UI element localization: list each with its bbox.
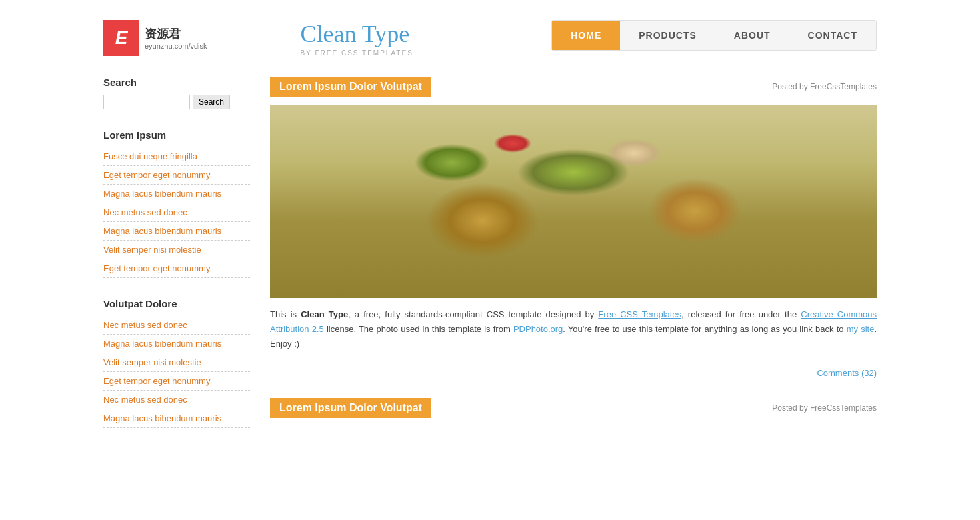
- volutpat-heading: Volutpat Dolore: [103, 298, 250, 309]
- search-form: Search: [103, 95, 250, 109]
- search-input[interactable]: [103, 95, 190, 109]
- sidebar-link[interactable]: Nec metus sed donec: [103, 320, 187, 330]
- volutpat-list: Nec metus sed donec Magna lacus bibendum…: [103, 316, 250, 428]
- post-body: This is Clean Type, a free, fully standa…: [270, 307, 877, 351]
- list-item: Eget tempor eget nonummy: [103, 372, 250, 391]
- logo-url-text: eyunzhu.com/vdisk: [145, 42, 207, 50]
- my-site-link[interactable]: my site: [847, 324, 875, 334]
- sidebar-link[interactable]: Velit semper nisi molestie: [103, 245, 201, 255]
- nav-home[interactable]: HOME: [552, 21, 620, 50]
- sidebar-link[interactable]: Magna lacus bibendum mauris: [103, 189, 221, 199]
- sidebar-link[interactable]: Magna lacus bibendum mauris: [103, 413, 221, 423]
- post-body-part1: , a free, fully standards-compliant CSS …: [348, 309, 598, 319]
- site-title-area: Clean Type BY FREE CSS TEMPLATES: [234, 20, 413, 57]
- post-body-intro: This is: [270, 309, 301, 319]
- list-item: Nec metus sed donec: [103, 316, 250, 335]
- sidebar-link[interactable]: Eget tempor eget nonummy: [103, 376, 210, 386]
- sidebar-link[interactable]: Magna lacus bibendum mauris: [103, 226, 221, 236]
- logo-icon: E: [103, 20, 139, 56]
- list-item: Magna lacus bibendum mauris: [103, 335, 250, 353]
- post-header: Lorem Ipsum Dolor Volutpat Posted by Fre…: [270, 77, 877, 97]
- logo: E 资源君 eyunzhu.com/vdisk: [103, 20, 207, 56]
- post-body-part3: license. The photo used in this template…: [324, 324, 513, 334]
- sidebar-link[interactable]: Fusce dui neque fringilla: [103, 151, 197, 161]
- sidebar-link[interactable]: Eget tempor eget nonummy: [103, 263, 210, 273]
- lorem-ipsum-list: Fusce dui neque fringilla Eget tempor eg…: [103, 147, 250, 278]
- list-item: Magna lacus bibendum mauris: [103, 409, 250, 428]
- logo-chinese-text: 资源君: [145, 26, 207, 42]
- post-body-part2: , released for free under the: [681, 309, 801, 319]
- search-heading: Search: [103, 77, 250, 88]
- sidebar-link[interactable]: Eget tempor eget nonummy: [103, 170, 210, 180]
- list-item: Nec metus sed donec: [103, 203, 250, 222]
- post-2: Lorem Ipsum Dolor Volutpat Posted by Fre…: [270, 398, 877, 418]
- nav-contact[interactable]: CONTACT: [789, 21, 876, 50]
- post-body-strong: Clean Type: [301, 309, 348, 319]
- post-body-part4: . You're free to use this template for a…: [563, 324, 846, 334]
- list-item: Eget tempor eget nonummy: [103, 259, 250, 278]
- post-header-2: Lorem Ipsum Dolor Volutpat Posted by Fre…: [270, 398, 877, 418]
- sidebar-link[interactable]: Nec metus sed donec: [103, 207, 187, 217]
- list-item: Fusce dui neque fringilla: [103, 147, 250, 166]
- nav-products[interactable]: PRODUCTS: [620, 21, 715, 50]
- volutpat-section: Volutpat Dolore Nec metus sed donec Magn…: [103, 298, 250, 428]
- post-image: [270, 105, 877, 298]
- sidebar-link[interactable]: Magna lacus bibendum mauris: [103, 339, 221, 349]
- free-css-templates-link[interactable]: Free CSS Templates: [598, 309, 681, 319]
- taco-image-visual: [270, 105, 877, 298]
- list-item: Velit semper nisi molestie: [103, 241, 250, 259]
- post-title-2: Lorem Ipsum Dolor Volutpat: [279, 402, 422, 414]
- nav-about[interactable]: ABOUT: [715, 21, 789, 50]
- sidebar-link[interactable]: Velit semper nisi molestie: [103, 357, 201, 367]
- lorem-ipsum-heading: Lorem Ipsum: [103, 129, 250, 141]
- search-button[interactable]: Search: [193, 95, 230, 109]
- site-subtitle: BY FREE CSS TEMPLATES: [301, 49, 413, 57]
- post-footer: Comments (32): [270, 361, 877, 378]
- post-title-bar: Lorem Ipsum Dolor Volutpat: [270, 77, 431, 97]
- list-item: Magna lacus bibendum mauris: [103, 222, 250, 241]
- list-item: Nec metus sed donec: [103, 391, 250, 409]
- pdphoto-link[interactable]: PDPhoto.org: [513, 324, 563, 334]
- post-meta-2: Posted by FreeCssTemplates: [772, 403, 877, 413]
- site-title: Clean Type: [301, 20, 413, 48]
- list-item: Velit semper nisi molestie: [103, 353, 250, 372]
- logo-text: 资源君 eyunzhu.com/vdisk: [145, 26, 207, 50]
- search-section: Search Search: [103, 77, 250, 109]
- comments-link[interactable]: Comments (32): [817, 368, 877, 378]
- sidebar-link[interactable]: Nec metus sed donec: [103, 395, 187, 405]
- list-item: Eget tempor eget nonummy: [103, 166, 250, 185]
- sidebar: Search Search Lorem Ipsum Fusce dui nequ…: [103, 77, 250, 448]
- main-nav: HOME PRODUCTS ABOUT CONTACT: [551, 20, 877, 51]
- logo-letter: E: [115, 27, 128, 49]
- main-content: Search Search Lorem Ipsum Fusce dui nequ…: [103, 77, 877, 448]
- list-item: Magna lacus bibendum mauris: [103, 185, 250, 203]
- content-area: Lorem Ipsum Dolor Volutpat Posted by Fre…: [270, 77, 877, 448]
- lorem-ipsum-section: Lorem Ipsum Fusce dui neque fringilla Eg…: [103, 129, 250, 278]
- post-title-bar-2: Lorem Ipsum Dolor Volutpat: [270, 398, 431, 418]
- post-meta: Posted by FreeCssTemplates: [772, 82, 877, 91]
- post-1: Lorem Ipsum Dolor Volutpat Posted by Fre…: [270, 77, 877, 378]
- post-title: Lorem Ipsum Dolor Volutpat: [279, 81, 422, 93]
